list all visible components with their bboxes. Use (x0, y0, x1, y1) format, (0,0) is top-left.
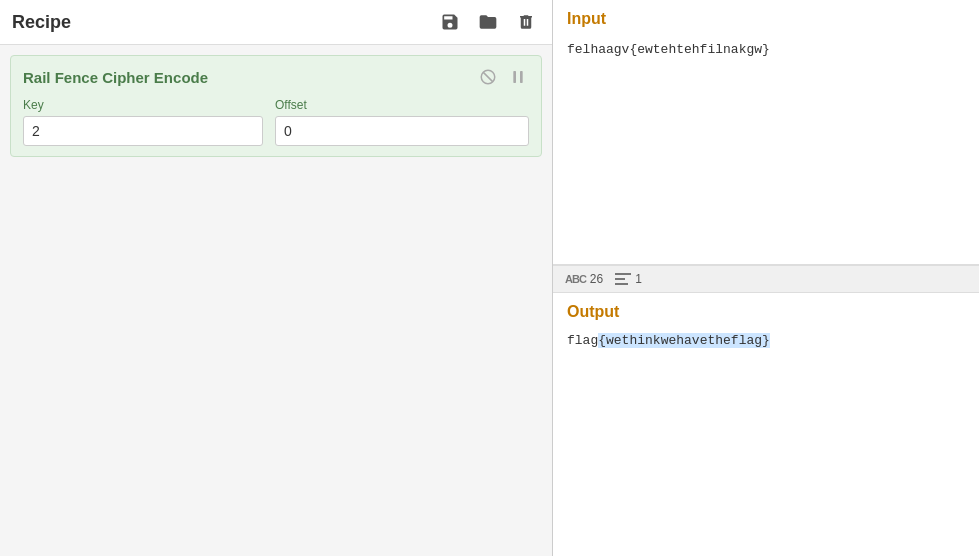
recipe-area: Rail Fence Cipher Encode (0, 45, 552, 556)
save-button[interactable] (436, 8, 464, 36)
left-panel: Recipe Rail Fence Cipher (0, 0, 553, 556)
key-input[interactable] (23, 116, 263, 146)
input-text[interactable]: felhaagv{ewtehtehfilnakgw} (567, 40, 965, 60)
input-section-title: Input (553, 0, 979, 34)
output-text: flag{wethinkwehavetheflag} (553, 327, 979, 354)
delete-button[interactable] (512, 8, 540, 36)
disable-operation-button[interactable] (477, 66, 499, 88)
svg-rect-2 (513, 71, 516, 83)
svg-rect-3 (520, 71, 523, 83)
pause-icon (510, 69, 526, 85)
output-prefix: flag (567, 333, 598, 348)
abc-icon: ABC (565, 273, 586, 285)
cipher-card-title: Rail Fence Cipher Encode (23, 69, 208, 86)
key-field-group: Key (23, 98, 263, 146)
lines-icon (615, 273, 631, 285)
pause-operation-button[interactable] (507, 66, 529, 88)
open-button[interactable] (474, 8, 502, 36)
char-count: 26 (590, 272, 603, 286)
svg-rect-5 (615, 278, 625, 280)
char-count-item: ABC 26 (565, 272, 603, 286)
offset-label: Offset (275, 98, 529, 112)
input-content: felhaagv{ewtehtehfilnakgw} (553, 34, 979, 264)
svg-rect-6 (615, 283, 628, 285)
right-panel: Input felhaagv{ewtehtehfilnakgw} ABC 26 … (553, 0, 979, 556)
status-bar: ABC 26 1 (553, 265, 979, 293)
output-section: Output flag{wethinkwehavetheflag} (553, 293, 979, 557)
key-label: Key (23, 98, 263, 112)
svg-rect-4 (615, 273, 631, 275)
recipe-header: Recipe (0, 0, 552, 45)
line-count: 1 (635, 272, 642, 286)
header-actions (436, 8, 540, 36)
trash-icon (517, 12, 535, 32)
cipher-card-fields: Key Offset (23, 98, 529, 146)
cipher-card-header: Rail Fence Cipher Encode (23, 66, 529, 88)
offset-input[interactable] (275, 116, 529, 146)
disable-icon (479, 68, 497, 86)
cipher-card-actions (477, 66, 529, 88)
output-section-title: Output (553, 293, 979, 327)
cipher-card: Rail Fence Cipher Encode (10, 55, 542, 157)
svg-line-1 (483, 72, 493, 82)
offset-field-group: Offset (275, 98, 529, 146)
input-section: Input felhaagv{ewtehtehfilnakgw} (553, 0, 979, 265)
folder-icon (478, 12, 498, 32)
output-highlight: {wethinkwehavetheflag} (598, 333, 770, 348)
save-icon (440, 12, 460, 32)
line-count-item: 1 (615, 272, 642, 286)
recipe-title: Recipe (12, 12, 71, 33)
